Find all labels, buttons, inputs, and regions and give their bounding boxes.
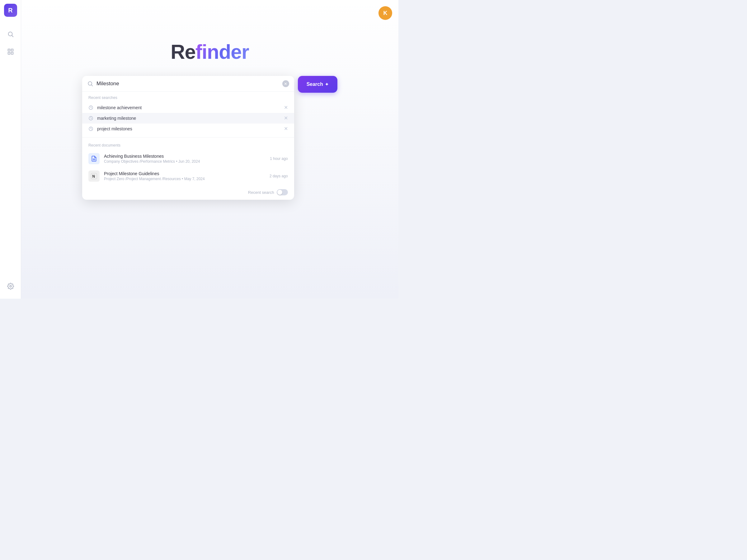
sidebar-logo[interactable]: R <box>4 4 17 17</box>
recent-searches-label: Recent searches <box>82 96 294 102</box>
search-button-label: Search <box>307 81 323 87</box>
sparkle-icon: ✦ <box>325 82 329 87</box>
sidebar: R <box>0 0 21 299</box>
recent-search-toggle[interactable] <box>277 189 288 195</box>
user-avatar[interactable]: K <box>379 6 392 20</box>
search-button[interactable]: Search ✦ <box>298 76 337 93</box>
recent-documents-section: Recent documents Achieving Business Mile… <box>82 139 294 186</box>
doc-info: Achieving Business Milestones Company Ob… <box>104 154 265 164</box>
recent-documents-label: Recent documents <box>82 143 294 150</box>
doc-title: Project Milestone Guidelines <box>104 171 265 176</box>
svg-point-7 <box>88 81 92 85</box>
doc-icon-blue <box>88 153 100 164</box>
main-content: K Refinder ✕ Recent searches <box>21 0 398 299</box>
search-input-row: ✕ <box>82 76 294 92</box>
recent-search-text: project milestones <box>97 126 280 131</box>
search-area: ✕ Recent searches milestone achievement … <box>82 76 337 200</box>
doc-time: 2 days ago <box>269 174 288 178</box>
svg-point-6 <box>10 285 11 287</box>
doc-item[interactable]: Achieving Business Milestones Company Ob… <box>82 150 294 167</box>
search-container: ✕ Recent searches milestone achievement … <box>82 76 294 200</box>
doc-item[interactable]: N Project Milestone Guidelines Project Z… <box>82 167 294 185</box>
doc-path: Project Zero /Project Management /Resour… <box>104 177 265 181</box>
doc-icon-notion: N <box>88 170 100 182</box>
remove-search-icon[interactable]: ✕ <box>284 105 288 110</box>
recent-search-label: Recent search <box>248 190 274 195</box>
remove-search-icon[interactable]: ✕ <box>284 116 288 121</box>
clock-icon <box>88 105 93 110</box>
svg-rect-2 <box>8 49 10 51</box>
svg-rect-4 <box>8 52 10 54</box>
recent-search-item[interactable]: milestone achievement ✕ <box>82 102 294 113</box>
svg-rect-5 <box>11 52 13 54</box>
remove-search-icon[interactable]: ✕ <box>284 126 288 131</box>
svg-point-0 <box>8 32 12 36</box>
logo-finder: finder <box>196 41 249 63</box>
svg-line-1 <box>12 35 13 37</box>
divider <box>82 137 294 137</box>
search-icon <box>87 81 93 87</box>
sidebar-item-grid[interactable] <box>4 45 18 58</box>
recent-searches-section: Recent searches milestone achievement ✕ <box>82 92 294 135</box>
search-clear-button[interactable]: ✕ <box>282 80 289 87</box>
doc-path: Company Objectives /Performance Metrics … <box>104 159 265 164</box>
doc-time: 1 hour ago <box>270 157 288 161</box>
app-logo: Refinder <box>171 41 249 63</box>
sidebar-item-search[interactable] <box>4 27 18 41</box>
dropdown-footer: Recent search <box>82 186 294 200</box>
doc-info: Project Milestone Guidelines Project Zer… <box>104 171 265 181</box>
recent-search-text: marketing milestone <box>97 116 280 121</box>
sidebar-item-settings[interactable] <box>4 279 18 293</box>
svg-text:N: N <box>93 174 95 179</box>
recent-search-item[interactable]: project milestones ✕ <box>82 124 294 134</box>
svg-line-8 <box>92 85 93 86</box>
search-input[interactable] <box>97 81 279 87</box>
recent-search-text: milestone achievement <box>97 105 280 110</box>
doc-title: Achieving Business Milestones <box>104 154 265 159</box>
recent-search-item[interactable]: marketing milestone ✕ <box>82 113 294 124</box>
clock-icon <box>88 116 93 121</box>
clock-icon <box>88 126 93 131</box>
logo-re: Re <box>171 41 196 63</box>
svg-rect-3 <box>11 49 13 51</box>
